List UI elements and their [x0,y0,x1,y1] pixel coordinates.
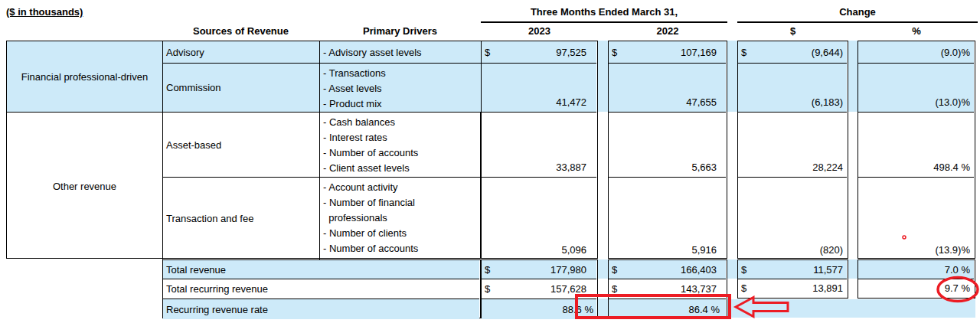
totals-change-dollar-box: $ 11,577 $ 13,891 [737,259,848,299]
value: 107,169 [681,47,717,58]
value: 11,577 [813,264,843,276]
gap-fill [727,41,737,112]
value: 9.7 % [945,282,970,294]
value: 166,403 [681,264,717,276]
group-cell-other-revenue: Other revenue [7,113,163,259]
col-2022-body-box: $ 107,169 47,655 5,663 5,916 [608,41,727,259]
value: (13.9)% [935,244,970,256]
gap-fill [848,259,858,279]
value: 157,628 [550,283,586,295]
value: (6,183) [812,96,843,108]
cell-total-recurring-pct: 9.7 % [858,279,974,297]
period-group-underline [481,21,727,23]
value: 177,980 [550,264,586,276]
group-cell-financial-professional-driven: Financial professional-driven [7,41,163,113]
period-group-header: Three Months Ended March 31, [481,6,727,18]
value: (9.0)% [941,47,970,58]
cell-total-revenue-pct: 7.0 % [858,260,974,279]
value: 88.6 % [563,304,593,315]
group-label: Other revenue [53,181,116,192]
col-2023-body-box: $ 97,525 41,472 33,887 5,096 [481,41,598,259]
cell-total-recurring-2022: $ 143,737 [609,279,726,299]
col-change-pct-body-box: (9.0)% (13.0)% 498.4 % (13.9)% [858,41,975,259]
value: 13,891 [812,282,843,294]
gap-fill [598,299,608,318]
cell-commission-change: (6,183) [738,64,847,113]
dollar-sign: $ [741,47,746,58]
value: 5,663 [691,162,717,173]
source-cell-commission: Commission [163,64,320,113]
cell-total-revenue-2023: $ 177,980 [482,260,596,279]
recurring-revenue-rate-label: Recurring revenue rate [163,299,479,319]
col-header-sources: Sources of Revenue [162,25,319,38]
col-header-drivers: Primary Drivers [319,25,481,38]
value: 41,472 [556,96,586,108]
gap-fill [598,259,608,279]
dollar-sign: $ [741,282,746,294]
financial-table-page: ($ in thousands) Three Months Ended Marc… [0,0,980,323]
rate-row-blue-band [727,299,975,318]
value: 28,224 [812,162,843,173]
col-header-change-dollar: $ [737,25,848,38]
value: 7.0 % [945,264,970,276]
cell-commission-pct: (13.0)% [858,64,974,113]
gap-fill [848,41,858,112]
value: 33,887 [556,162,586,173]
col-change-dollar-body-box: $ (9,644) (6,183) 28,224 (820) [737,41,848,259]
cell-transaction-2022: 5,916 [609,178,726,259]
cell-advisory-2022: $ 107,169 [609,41,726,64]
cell-total-recurring-2023: $ 157,628 [482,279,596,299]
totals-change-pct-box: 7.0 % 9.7 % [858,259,975,299]
col-header-2022: 2022 [608,25,727,38]
dollar-sign: $ [485,47,490,58]
value: (9,644) [812,47,843,58]
dollar-sign: $ [485,283,490,295]
dollar-sign: $ [612,283,617,295]
value: 5,096 [561,244,586,256]
total-recurring-revenue-label: Total recurring revenue [163,279,479,299]
value: (13.0)% [935,96,970,108]
cell-transaction-2023: 5,096 [482,178,596,259]
drivers-cell-advisory: - Advisory asset levels [320,41,482,64]
gap-fill [598,41,608,112]
cell-transaction-change: (820) [738,178,847,259]
cell-rate-2023: 88.6 % [482,299,596,319]
change-group-underline [737,21,978,23]
drivers-cell-transaction-and-fee: - Account activity - Number of financial… [320,178,482,259]
totals-label-box: Total revenue Total recurring revenue Re… [162,259,481,318]
cell-total-revenue-change: $ 11,577 [738,260,847,279]
gap-fill [727,259,737,279]
cell-asset-based-2022: 5,663 [609,113,726,178]
dollar-sign: $ [612,47,617,58]
cell-total-revenue-2022: $ 166,403 [609,260,726,279]
cell-asset-based-pct: 498.4 % [858,113,974,178]
col-header-2023: 2023 [481,25,598,38]
source-cell-advisory: Advisory [163,41,320,64]
descriptive-table-box: Financial professional-driven Other reve… [6,41,481,259]
drivers-cell-commission: - Transactions - Asset levels - Product … [320,64,482,113]
value: 47,655 [686,96,717,108]
value: (820) [820,244,843,256]
totals-2023-box: $ 177,980 $ 157,628 88.6 % [481,259,598,318]
cell-rate-2022: 86.4 % [609,299,726,319]
cell-advisory-pct: (9.0)% [858,41,974,64]
cell-asset-based-change: 28,224 [738,113,847,178]
source-cell-asset-based: Asset-based [163,113,320,178]
cell-advisory-change: $ (9,644) [738,41,847,64]
dollar-sign: $ [741,264,746,276]
cell-transaction-pct: (13.9)% [858,178,974,259]
cell-commission-2022: 47,655 [609,64,726,113]
cell-advisory-2023: $ 97,525 [482,41,596,64]
value: 97,525 [556,47,586,58]
value: 86.4 % [689,304,720,315]
value: 143,737 [681,283,717,295]
dollar-sign: $ [485,264,490,276]
totals-2022-box: $ 166,403 $ 143,737 86.4 % [608,259,727,318]
dollar-sign: $ [612,264,617,276]
units-note: ($ in thousands) [6,6,83,18]
drivers-cell-asset-based: - Cash balances - Interest rates - Numbe… [320,113,482,178]
cell-asset-based-2023: 33,887 [482,113,596,178]
source-cell-transaction-and-fee: Transaction and fee [163,178,320,259]
col-header-change-pct: % [858,25,975,38]
cell-commission-2023: 41,472 [482,64,596,113]
